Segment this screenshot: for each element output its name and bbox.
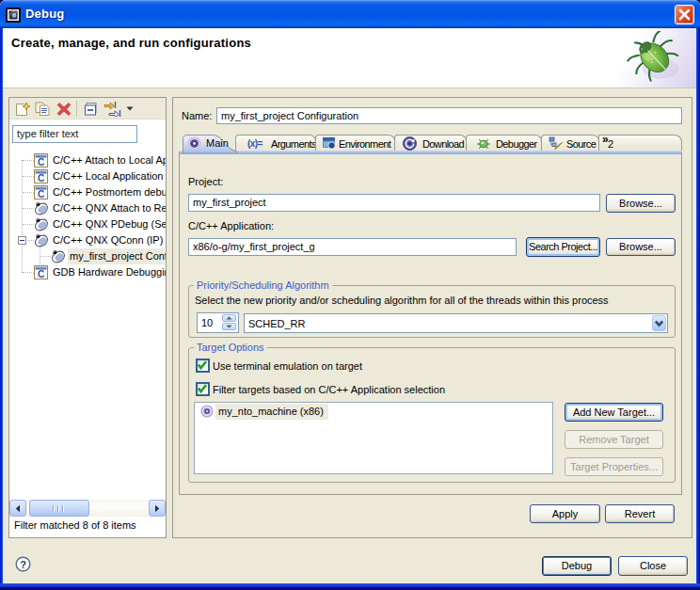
svg-text:?: ?: [20, 559, 26, 570]
